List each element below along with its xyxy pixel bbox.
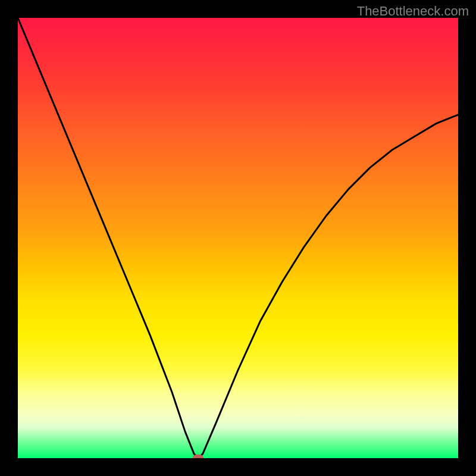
watermark-text: TheBottleneck.com	[357, 4, 469, 19]
curve-layer	[18, 18, 458, 458]
optimal-point-marker	[193, 455, 203, 458]
bottleneck-curve	[18, 18, 458, 458]
plot-area	[18, 18, 458, 458]
